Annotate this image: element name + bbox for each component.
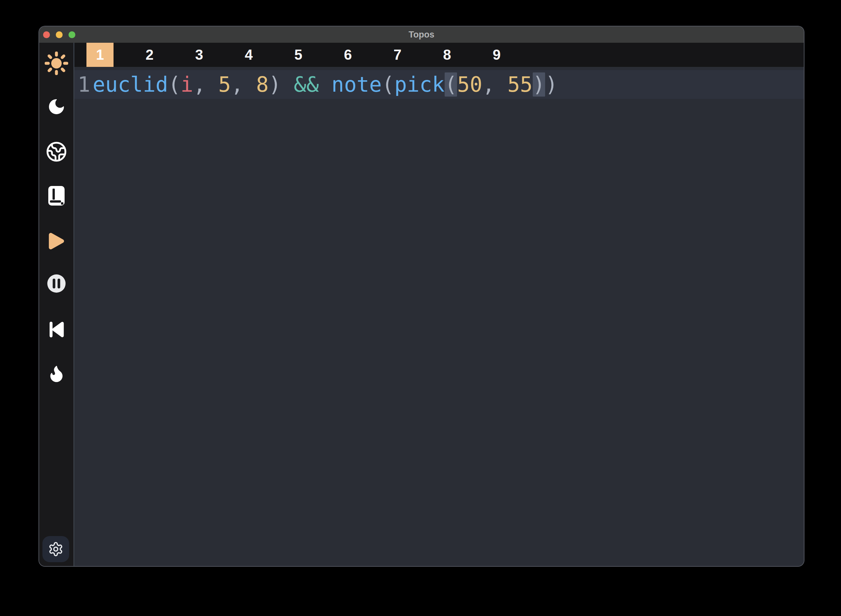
code-token: , — [482, 72, 507, 97]
play-icon[interactable] — [46, 231, 67, 251]
book-icon[interactable] — [47, 186, 66, 205]
tab-1[interactable]: 1 — [86, 43, 114, 67]
line-number: 1 — [75, 72, 93, 97]
main-area: 123456789 1 euclid(i, 5, 8) && note(pick… — [39, 43, 804, 566]
code-token: 50 — [457, 72, 482, 97]
code-token: && — [294, 72, 319, 97]
window-title: Topos — [39, 30, 804, 40]
tab-7[interactable]: 7 — [384, 43, 411, 67]
globe-icon[interactable] — [46, 141, 67, 163]
tab-bar: 123456789 — [75, 43, 804, 67]
code-token: euclid — [93, 72, 168, 97]
code-token: ) — [533, 72, 545, 97]
pause-icon[interactable] — [47, 274, 66, 293]
code-token: , — [193, 72, 218, 97]
code-editor[interactable]: 1 euclid(i, 5, 8) && note(pick(50, 55)) — [75, 67, 804, 566]
app-window: Topos — [38, 26, 804, 567]
code-token: 5 — [218, 72, 231, 97]
moon-icon[interactable] — [47, 97, 66, 116]
tab-8[interactable]: 8 — [434, 43, 461, 67]
tab-9[interactable]: 9 — [483, 43, 510, 67]
gear-icon — [48, 541, 64, 557]
code-token: note — [331, 72, 382, 97]
code-token: ( — [382, 72, 394, 97]
code-token: 8 — [256, 72, 269, 97]
tab-6[interactable]: 6 — [334, 43, 362, 67]
code-token: ( — [168, 72, 181, 97]
code-token: 55 — [508, 72, 533, 97]
tab-5[interactable]: 5 — [285, 43, 312, 67]
sidebar — [39, 43, 75, 566]
code-token: ( — [445, 72, 457, 97]
settings-button[interactable] — [42, 536, 69, 562]
code-token: ) — [268, 72, 294, 97]
tab-2[interactable]: 2 — [136, 43, 163, 67]
code-token — [319, 72, 332, 97]
title-bar: Topos — [39, 26, 804, 43]
code-token: i — [181, 72, 193, 97]
code-token: pick — [394, 72, 445, 97]
flame-icon[interactable] — [47, 364, 66, 383]
tab-3[interactable]: 3 — [186, 43, 213, 67]
code-line[interactable]: 1 euclid(i, 5, 8) && note(pick(50, 55)) — [75, 70, 804, 99]
skip-back-icon[interactable] — [48, 321, 65, 338]
code-token: ) — [545, 72, 558, 97]
content-area: 123456789 1 euclid(i, 5, 8) && note(pick… — [75, 43, 804, 566]
tab-4[interactable]: 4 — [235, 43, 262, 67]
sun-icon[interactable] — [45, 51, 68, 75]
code-token: , — [231, 72, 256, 97]
code-content: euclid(i, 5, 8) && note(pick(50, 55)) — [93, 72, 558, 97]
